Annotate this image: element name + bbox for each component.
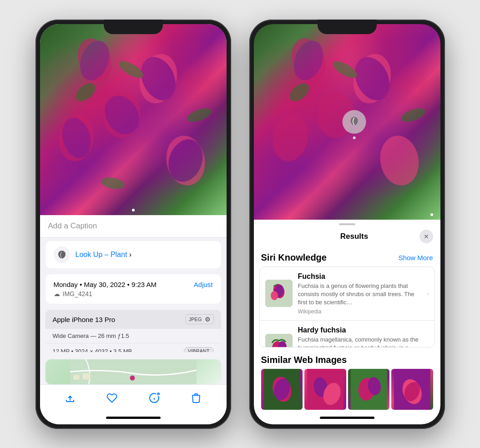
flower-photo-left[interactable] xyxy=(40,24,227,215)
camera-section: Apple iPhone 13 Pro JPEG ⚙ Wide Camera —… xyxy=(45,310,221,352)
lookup-row[interactable]: Look Up – Plant › xyxy=(45,241,221,268)
date-row: Monday • May 30, 2022 • 9:23 AM Adjust xyxy=(54,281,213,288)
similar-title: Similar Web Images xyxy=(261,355,433,365)
page-indicator xyxy=(132,209,135,211)
hardy-content: Hardy fuchsia Fuchsia magellanica, commo… xyxy=(298,326,421,347)
phone1-screen: Add a Caption Look Up – Plant › xyxy=(40,24,227,424)
fuchsia-source: Wikipedia xyxy=(298,308,421,315)
sim-img-1 xyxy=(261,369,303,410)
chevron-hardy: › xyxy=(427,344,429,347)
close-icon: ✕ xyxy=(424,233,429,240)
filename: IMG_4241 xyxy=(63,290,92,297)
svg-point-31 xyxy=(399,106,427,125)
date-text: Monday • May 30, 2022 • 9:23 AM xyxy=(54,281,157,288)
svg-rect-16 xyxy=(82,373,90,380)
share-button[interactable] xyxy=(62,390,78,406)
svg-point-26 xyxy=(269,111,311,164)
handle-bar xyxy=(339,223,355,225)
svg-rect-15 xyxy=(73,375,79,379)
hardy-thumbnail xyxy=(265,334,293,347)
camera-detail-text: Wide Camera — 26 mm ƒ1.5 xyxy=(53,332,129,339)
home-indicator-right xyxy=(254,412,440,424)
visual-search-button[interactable] xyxy=(342,110,366,134)
location-row: ☁ IMG_4241 xyxy=(54,290,213,297)
similar-images-section: Similar Web Images xyxy=(254,351,440,412)
svg-point-12 xyxy=(185,106,213,125)
similar-img-3[interactable] xyxy=(348,369,390,410)
siri-knowledge-header: Siri Knowledge Show More xyxy=(254,249,440,267)
fuchsia-thumbnail xyxy=(265,280,293,307)
leaf-search-icon xyxy=(348,116,360,128)
lookup-subject: Plant xyxy=(111,251,127,258)
svg-point-10 xyxy=(72,80,99,105)
similar-img-4[interactable] xyxy=(391,369,433,410)
knowledge-item-fuchsia[interactable]: Fuchsia Fuchsia is a genus of flowering … xyxy=(260,267,435,321)
lookup-icon xyxy=(54,247,70,263)
sheet-handle xyxy=(254,220,440,227)
home-bar-right xyxy=(320,417,374,419)
close-button[interactable]: ✕ xyxy=(419,230,433,243)
settings-icon: ⚙ xyxy=(205,316,211,323)
svg-point-29 xyxy=(286,80,313,105)
adjust-button[interactable]: Adjust xyxy=(194,281,213,288)
similar-img-2[interactable] xyxy=(304,369,346,410)
format-text: JPEG xyxy=(189,317,202,322)
hardy-title: Hardy fuchsia xyxy=(298,326,421,334)
leaf-icon xyxy=(57,250,67,260)
flower-svg-left xyxy=(40,24,227,215)
lookup-text-bold: Look Up – xyxy=(76,251,111,258)
hardy-desc: Fuchsia magellanica, commonly known as t… xyxy=(298,336,421,347)
fuchsia-content: Fuchsia Fuchsia is a genus of flowering … xyxy=(298,272,421,315)
svg-point-27 xyxy=(376,132,423,188)
svg-point-7 xyxy=(162,134,208,186)
bottom-toolbar: i xyxy=(40,384,227,412)
lookup-label: Look Up – Plant › xyxy=(76,251,132,259)
sim-img-3 xyxy=(348,369,390,410)
cloud-icon: ☁ xyxy=(54,290,60,297)
knowledge-card: Fuchsia Fuchsia is a genus of flowering … xyxy=(259,267,435,347)
phone2-screen: Results ✕ Siri Knowledge Show More xyxy=(254,24,440,424)
sheet-title: Results xyxy=(289,232,419,241)
camera-header: Apple iPhone 13 Pro JPEG ⚙ xyxy=(45,310,221,329)
show-more-button[interactable]: Show More xyxy=(399,254,433,262)
home-indicator-left xyxy=(40,412,227,424)
svg-point-17 xyxy=(130,375,135,380)
map-svg xyxy=(45,359,221,384)
sim-img-4 xyxy=(391,369,433,410)
fuchsia-desc: Fuchsia is a genus of flowering plants t… xyxy=(298,282,421,307)
dot-right-1 xyxy=(430,213,433,216)
hardy-thumb-img xyxy=(265,334,293,347)
notch-left xyxy=(104,20,163,34)
svg-point-1 xyxy=(75,36,114,84)
similar-images-grid xyxy=(261,369,433,410)
sheet-header: Results ✕ xyxy=(254,227,440,249)
caption-area[interactable]: Add a Caption xyxy=(40,215,227,237)
phone-right: Results ✕ Siri Knowledge Show More xyxy=(249,20,445,429)
svg-point-13 xyxy=(100,176,125,191)
favorite-button[interactable] xyxy=(104,390,120,406)
fuchsia-thumb-img xyxy=(265,280,293,307)
results-sheet: Results ✕ Siri Knowledge Show More xyxy=(254,220,440,412)
knowledge-item-hardy[interactable]: Hardy fuchsia Fuchsia magellanica, commo… xyxy=(260,321,435,347)
fuchsia-title: Fuchsia xyxy=(298,272,421,281)
chevron-fuchsia: › xyxy=(427,290,429,297)
notch-right xyxy=(318,20,377,34)
format-badge: JPEG ⚙ xyxy=(186,314,214,324)
date-section: Monday • May 30, 2022 • 9:23 AM Adjust ☁… xyxy=(45,274,221,304)
camera-model: Apple iPhone 13 Pro xyxy=(53,316,116,323)
camera-detail-line: Wide Camera — 26 mm ƒ1.5 xyxy=(45,329,221,343)
map-preview[interactable] xyxy=(45,359,221,384)
mp-info: 12 MP • 3024 × 4032 • 3.5 MB xyxy=(53,348,132,352)
visual-search-dot xyxy=(353,136,355,139)
home-bar-left xyxy=(106,417,161,419)
flower-photo-right xyxy=(254,24,440,220)
photo-info-area: Add a Caption Look Up – Plant › xyxy=(40,215,227,384)
spacer-2 xyxy=(40,304,227,306)
info-button[interactable]: i xyxy=(146,390,162,406)
mp-row: 12 MP • 3024 × 4032 • 3.5 MB VIBRANT xyxy=(45,343,221,352)
delete-button[interactable] xyxy=(188,390,204,406)
caption-placeholder[interactable]: Add a Caption xyxy=(48,221,97,230)
dot-1 xyxy=(132,209,135,211)
siri-knowledge-title: Siri Knowledge xyxy=(261,252,327,263)
similar-img-1[interactable] xyxy=(261,369,303,410)
